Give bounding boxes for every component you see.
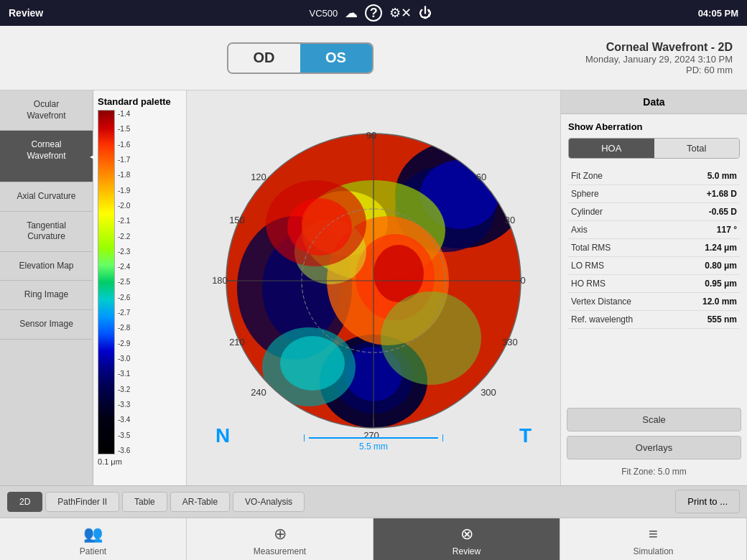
svg-text:90: 90 xyxy=(366,130,376,141)
map-label-t: T xyxy=(519,424,532,447)
od-os-toggle[interactable]: OD OS xyxy=(227,42,374,74)
sidebar-item-ocular-wavefront[interactable]: Ocular Wavefront xyxy=(0,90,93,131)
table-row: Fit Zone5.0 mm xyxy=(568,167,740,185)
nav-review[interactable]: ⊗ Review xyxy=(374,518,560,560)
top-bar: Review VC500 ☁ ? ⚙✕ ⏻ 04:05 PM xyxy=(0,0,747,26)
svg-text:60: 60 xyxy=(476,172,486,182)
exam-info: Corneal Wavefront - 2D Monday, January 2… xyxy=(585,41,733,75)
svg-point-17 xyxy=(381,291,481,385)
nav-patient[interactable]: 👥 Patient xyxy=(0,518,187,560)
scale-container: -1.4 -1.5 -1.6 -1.7 -1.8 -1.9 -2.0 -2.1 … xyxy=(98,110,182,454)
clock: 04:05 PM xyxy=(698,8,738,19)
svg-text:180: 180 xyxy=(212,275,228,286)
bottom-nav: 👥 Patient ⊕ Measurement ⊗ Review ≡ Simul… xyxy=(0,517,747,560)
simulation-icon: ≡ xyxy=(649,525,658,543)
table-row: Sphere+1.68 D xyxy=(568,185,740,203)
settings-icon[interactable]: ⚙✕ xyxy=(389,5,412,21)
data-panel-content: Show Aberration HOA Total Fit Zone5.0 mm… xyxy=(561,114,747,402)
palette-title: Standard palette xyxy=(98,96,182,107)
header: OD OS Corneal Wavefront - 2D Monday, Jan… xyxy=(0,26,747,90)
cloud-icon[interactable]: ☁ xyxy=(345,5,358,21)
tab-table[interactable]: Table xyxy=(122,492,167,512)
svg-text:0: 0 xyxy=(520,275,525,286)
show-aberration-label: Show Aberration xyxy=(568,121,740,132)
exam-title: Corneal Wavefront - 2D xyxy=(585,41,733,54)
table-row: Axis117 ° xyxy=(568,221,740,239)
nav-review-label: Review xyxy=(453,546,481,556)
app-title: Review xyxy=(9,7,43,19)
overlays-button[interactable]: Overlays xyxy=(567,436,741,459)
sidebar-item-ring-image[interactable]: Ring Image xyxy=(0,281,93,310)
hoa-button[interactable]: HOA xyxy=(569,139,654,158)
svg-text:240: 240 xyxy=(251,387,266,398)
right-panel: Data Show Aberration HOA Total Fit Zone5… xyxy=(560,90,747,485)
size-label: 5.5 mm xyxy=(359,442,388,452)
print-button[interactable]: Print to ... xyxy=(675,490,740,513)
table-row: Ref. wavelength555 nm xyxy=(568,311,740,329)
device-info: VC500 ☁ ? ⚙✕ ⏻ xyxy=(310,4,432,22)
nav-patient-label: Patient xyxy=(80,546,106,556)
map-label-n: N xyxy=(215,424,230,447)
nav-simulation-label: Simulation xyxy=(633,546,673,556)
color-bar xyxy=(98,110,115,454)
tab-ar-table[interactable]: AR-Table xyxy=(170,492,230,512)
table-row: HO RMS0.95 μm xyxy=(568,275,740,293)
color-scale-panel: Standard palette -1.4 -1.5 -1.6 -1.7 -1.… xyxy=(93,90,187,485)
main-content: Ocular Wavefront Corneal Wavefront ◀ Axi… xyxy=(0,90,747,485)
review-icon: ⊗ xyxy=(460,525,473,543)
nav-measurement-label: Measurement xyxy=(254,546,306,556)
size-bar: 5.5 mm xyxy=(304,434,443,452)
scale-labels: -1.4 -1.5 -1.6 -1.7 -1.8 -1.9 -2.0 -2.1 … xyxy=(118,110,130,454)
nav-measurement[interactable]: ⊕ Measurement xyxy=(187,518,374,560)
scale-button[interactable]: Scale xyxy=(567,408,741,431)
svg-text:210: 210 xyxy=(229,337,245,347)
panel-buttons: Scale Overlays Fit Zone: 5.0 mm xyxy=(561,402,747,485)
sidebar-item-tangential-curvature[interactable]: Tangential Curvature xyxy=(0,212,93,252)
scale-unit: 0.1 μm xyxy=(98,457,182,466)
corneal-map-svg: 90 60 30 0 330 300 270 240 210 180 150 1… xyxy=(201,123,546,453)
svg-text:150: 150 xyxy=(229,215,245,225)
table-row: Total RMS1.24 μm xyxy=(568,239,740,257)
sidebar-item-corneal-wavefront[interactable]: Corneal Wavefront ◀ xyxy=(0,131,93,182)
bottom-tabs: 2D PathFinder II Table AR-Table VO-Analy… xyxy=(7,492,675,512)
left-sidebar: Ocular Wavefront Corneal Wavefront ◀ Axi… xyxy=(0,90,93,485)
table-row: Cylinder-0.65 D xyxy=(568,203,740,221)
svg-text:300: 300 xyxy=(481,387,496,398)
sidebar-item-sensor-image[interactable]: Sensor Image xyxy=(0,310,93,340)
sidebar-item-axial-curvature[interactable]: Axial Curvature xyxy=(0,182,93,212)
nav-simulation[interactable]: ≡ Simulation xyxy=(560,518,747,560)
od-button[interactable]: OD xyxy=(228,44,300,73)
bottom-tabs-bar: 2D PathFinder II Table AR-Table VO-Analy… xyxy=(0,485,747,517)
tab-vo-analysis[interactable]: VO-Analysis xyxy=(233,492,305,512)
svg-point-20 xyxy=(287,198,352,256)
aberration-toggle[interactable]: HOA Total xyxy=(568,138,740,159)
measurement-icon: ⊕ xyxy=(274,525,287,543)
data-table: Fit Zone5.0 mmSphere+1.68 DCylinder-0.65… xyxy=(568,167,740,329)
exam-date: Monday, January 29, 2024 3:10 PM xyxy=(585,54,733,65)
map-wrapper: 90 60 30 0 330 300 270 240 210 180 150 1… xyxy=(201,123,546,453)
map-area: 90 60 30 0 330 300 270 240 210 180 150 1… xyxy=(187,90,560,485)
total-button[interactable]: Total xyxy=(654,139,740,158)
help-icon[interactable]: ? xyxy=(365,4,382,22)
tab-pathfinder[interactable]: PathFinder II xyxy=(45,492,119,512)
svg-text:330: 330 xyxy=(502,337,518,347)
table-row: LO RMS0.80 μm xyxy=(568,257,740,275)
data-panel-header: Data xyxy=(561,90,747,114)
svg-text:120: 120 xyxy=(251,172,266,182)
print-button-container: Print to ... xyxy=(675,490,740,513)
fit-zone-label: Fit Zone: 5.0 mm xyxy=(567,464,741,480)
tab-2d[interactable]: 2D xyxy=(7,492,42,512)
power-icon[interactable]: ⏻ xyxy=(419,6,432,21)
patient-icon: 👥 xyxy=(83,525,103,543)
svg-point-16 xyxy=(280,336,345,391)
sidebar-item-elevation-map[interactable]: Elevation Map xyxy=(0,252,93,281)
svg-text:30: 30 xyxy=(505,215,515,225)
table-row: Vertex Distance12.0 mm xyxy=(568,293,740,311)
os-button[interactable]: OS xyxy=(300,44,372,73)
exam-pd: PD: 60 mm xyxy=(585,65,733,75)
device-label: VC500 xyxy=(310,8,338,19)
